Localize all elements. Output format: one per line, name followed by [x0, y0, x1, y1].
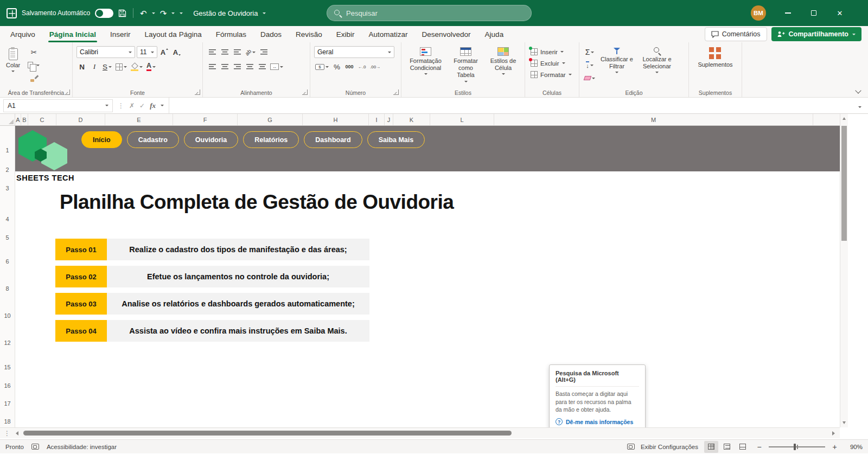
align-middle-button[interactable] [219, 46, 230, 58]
zoom-slider-thumb[interactable] [794, 444, 796, 450]
column-header-b[interactable]: B [21, 114, 28, 125]
comma-style-button[interactable]: 000 [344, 61, 355, 73]
sheet-tabs-grip-icon[interactable]: ⋮ [4, 430, 11, 437]
nav-saiba-mais-button[interactable]: Saiba Mais [367, 131, 425, 148]
column-header-k[interactable]: K [393, 114, 430, 125]
tab-inserir[interactable]: Inserir [103, 26, 138, 42]
undo-icon[interactable]: ↶ [140, 9, 147, 17]
accessibility-status[interactable]: Acessibilidade: investigar [47, 444, 117, 450]
formula-bar-expand-icon[interactable] [852, 102, 868, 110]
row-header[interactable]: 16 [0, 382, 15, 389]
zoom-level[interactable]: 90% [844, 444, 863, 450]
view-page-break-button[interactable] [736, 441, 750, 453]
tab-pagina-inicial[interactable]: Página Inicial [42, 26, 103, 42]
close-button[interactable]: ✕ [827, 0, 853, 26]
copy-button[interactable] [27, 59, 41, 71]
wrap-text-button[interactable] [258, 46, 269, 58]
select-all-corner[interactable] [0, 114, 15, 125]
column-header-c[interactable]: C [28, 114, 56, 125]
addins-button[interactable]: Suplementos [695, 46, 735, 69]
zoom-out-button[interactable]: − [756, 443, 763, 451]
horizontal-scroll-thumb[interactable] [23, 431, 512, 436]
align-right-button[interactable] [232, 61, 242, 73]
borders-button[interactable] [114, 61, 128, 73]
row-header[interactable]: 1 [0, 147, 15, 153]
font-name-select[interactable]: Calibri [76, 46, 135, 58]
number-dialog-launcher-icon[interactable] [393, 89, 399, 95]
cell-styles-button[interactable]: Estilos de Célula [487, 46, 520, 76]
find-select-button[interactable]: Localizar e Selecionar [637, 46, 676, 74]
increase-decimal-button[interactable]: ←.0 [356, 61, 367, 73]
conditional-formatting-button[interactable]: Formatação Condicional [406, 46, 445, 76]
zoom-in-button[interactable]: + [831, 443, 838, 451]
row-header[interactable]: 2 [0, 167, 15, 173]
row-header[interactable]: 3 [0, 185, 15, 191]
vertical-scroll-thumb[interactable] [841, 126, 847, 241]
paste-button[interactable]: Colar [4, 46, 22, 73]
align-left-button[interactable] [207, 61, 218, 73]
nav-ouvidoria-button[interactable]: Ouvidoria [184, 131, 238, 148]
column-header-l[interactable]: L [430, 114, 494, 125]
insert-function-button[interactable]: fx [150, 101, 156, 110]
redo-caret-icon[interactable] [171, 12, 175, 14]
font-dialog-launcher-icon[interactable] [195, 89, 200, 95]
row-header[interactable]: 12 [0, 340, 15, 346]
orientation-button[interactable]: ab [244, 46, 257, 58]
share-button[interactable]: Compartilhamento [771, 27, 861, 41]
horizontal-scrollbar[interactable]: ⋮ [0, 427, 840, 438]
font-size-select[interactable]: 11 [137, 46, 157, 58]
clipboard-dialog-launcher-icon[interactable] [65, 89, 70, 95]
excel-app-icon[interactable] [7, 8, 17, 18]
nav-dashboard-button[interactable]: Dashboard [304, 131, 362, 148]
collapse-ribbon-icon[interactable] [855, 87, 861, 93]
merge-center-button[interactable]: ↔ [269, 61, 284, 73]
row-header[interactable]: 15 [0, 364, 15, 370]
accounting-format-button[interactable]: $ [314, 61, 330, 73]
row-header[interactable]: 17 [0, 400, 15, 407]
font-color-button[interactable]: A [145, 61, 157, 73]
save-icon[interactable] [118, 9, 126, 17]
italic-button[interactable]: I [89, 61, 100, 73]
row-header[interactable]: 10 [0, 312, 15, 319]
quick-access-caret-icon[interactable] [180, 12, 183, 14]
column-header-m[interactable]: M [494, 114, 813, 125]
display-settings-button[interactable]: Exibir Configurações [641, 444, 698, 450]
document-title-caret-icon[interactable] [263, 12, 266, 14]
scroll-up-icon[interactable] [843, 117, 846, 120]
number-format-select[interactable]: Geral [314, 46, 394, 58]
align-top-button[interactable] [207, 46, 218, 58]
column-header-f[interactable]: F [173, 114, 238, 125]
document-title[interactable]: Gestão de Ouvidoria [193, 9, 258, 17]
search-box[interactable]: Pesquisar [327, 5, 532, 21]
align-center-button[interactable] [219, 61, 230, 73]
scroll-right-icon[interactable] [832, 431, 835, 436]
nav-relatorios-button[interactable]: Relatórios [243, 131, 299, 148]
autosum-button[interactable]: Σ [583, 46, 596, 58]
column-header-j[interactable]: J [385, 114, 393, 125]
tab-dados[interactable]: Dados [253, 26, 289, 42]
row-header[interactable]: 8 [0, 285, 15, 292]
column-header-i[interactable]: I [369, 114, 385, 125]
name-box[interactable]: A1 [3, 99, 113, 112]
zoom-slider[interactable] [769, 446, 825, 447]
increase-font-button[interactable]: A [159, 46, 170, 58]
decrease-font-button[interactable]: A [171, 46, 182, 58]
row-header[interactable]: 6 [0, 258, 15, 265]
scroll-left-icon[interactable] [16, 431, 18, 436]
tab-formulas[interactable]: Fórmulas [209, 26, 253, 42]
view-normal-button[interactable] [704, 441, 718, 453]
clear-button[interactable] [583, 72, 596, 84]
column-header-h[interactable]: H [303, 114, 369, 125]
row-header[interactable]: 4 [0, 216, 15, 222]
formula-input[interactable] [169, 98, 852, 113]
alignment-dialog-launcher-icon[interactable] [302, 89, 308, 95]
nav-inicio-button[interactable]: Início [81, 131, 122, 148]
nav-cadastro-button[interactable]: Cadastro [127, 131, 179, 148]
scroll-down-icon[interactable] [843, 421, 846, 424]
fill-color-button[interactable] [130, 61, 144, 73]
column-header-d[interactable]: D [56, 114, 105, 125]
column-header-e[interactable]: E [105, 114, 173, 125]
view-page-layout-button[interactable] [720, 441, 734, 453]
enter-icon[interactable]: ✓ [139, 102, 145, 110]
delete-cells-button[interactable]: Excluir [529, 57, 575, 69]
